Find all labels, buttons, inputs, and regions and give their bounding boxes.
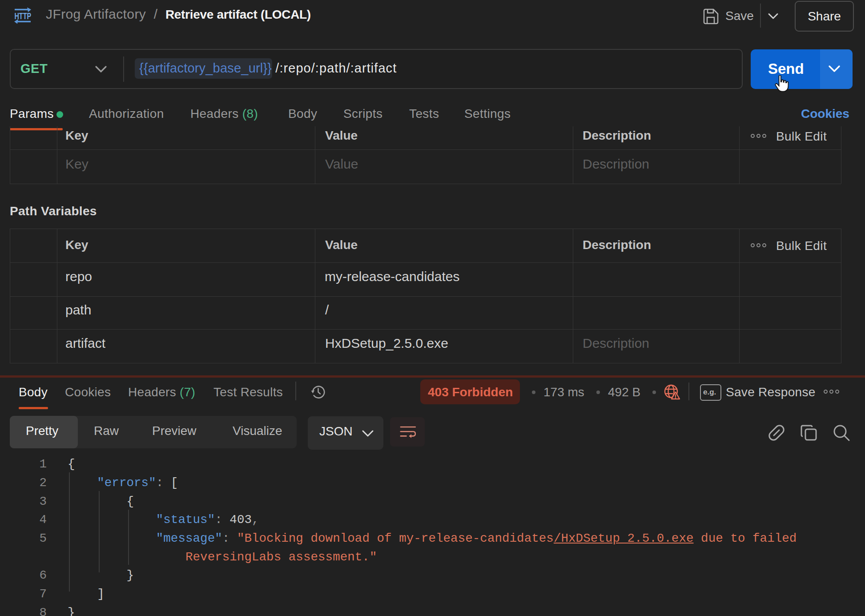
- svg-text:HTTP: HTTP: [15, 11, 32, 21]
